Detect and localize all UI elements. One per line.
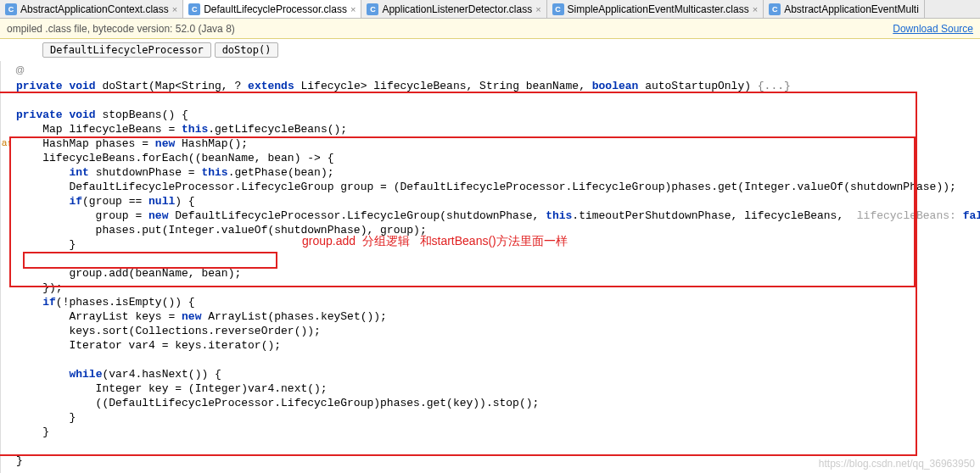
- t: [16, 166, 69, 179]
- t: (var4.hasNext()) {: [102, 368, 221, 381]
- close-icon[interactable]: ×: [172, 4, 177, 14]
- t: [16, 368, 69, 381]
- t: }: [16, 411, 76, 424]
- highlight-box-small: [23, 252, 277, 269]
- kw: this: [546, 209, 572, 222]
- t: DefaultLifecycleProcessor.LifecycleGroup…: [16, 181, 956, 193]
- t: DefaultLifecycleProcessor.LifecycleGroup…: [168, 209, 546, 222]
- t: doStart(Map<String, ?: [96, 80, 248, 92]
- t: ArrayList keys =: [16, 310, 182, 323]
- class-icon: C: [552, 3, 564, 15]
- fold-icon[interactable]: {...}: [758, 80, 791, 92]
- kw: if: [42, 296, 56, 309]
- t: .timeoutPerShutdownPhase, lifecycleBeans…: [572, 209, 850, 222]
- t: .getPhase(bean);: [228, 166, 334, 179]
- close-icon[interactable]: ×: [350, 4, 356, 14]
- tab-label: DefaultLifecycleProcessor.class: [204, 3, 347, 15]
- t: [16, 296, 42, 309]
- annotation-text: group.add 分组逻辑 和startBeans()方法里面一样: [302, 234, 568, 248]
- t: shutdownPhase =: [89, 166, 202, 179]
- tab-label: AbstractApplicationEventMulti: [784, 3, 919, 15]
- kw: null: [148, 195, 175, 208]
- tab-event-multicaster[interactable]: C SimpleApplicationEventMulticaster.clas…: [547, 0, 764, 18]
- t: Map lifecycleBeans =: [16, 123, 182, 136]
- t: keys.sort(Collections.reverseOrder());: [16, 325, 321, 337]
- download-source-link[interactable]: Download Source: [893, 23, 973, 35]
- decompiled-info: ompiled .class file, bytecode version: 5…: [7, 23, 235, 35]
- t: HashMap();: [175, 137, 248, 150]
- kw: private: [16, 109, 63, 121]
- kw: false: [963, 209, 980, 222]
- kw: boolean: [592, 80, 639, 92]
- t: Integer key = (Integer)var4.next();: [16, 382, 328, 395]
- tab-abstract-context[interactable]: C AbstractApplicationContext.class ×: [0, 0, 183, 18]
- t: lifecycleBeans.forEach((beanName, bean) …: [16, 152, 333, 164]
- breadcrumb-class[interactable]: DefaultLifecycleProcessor: [42, 42, 211, 58]
- param-hint: lifecycleBeans:: [850, 209, 963, 222]
- tab-default-lifecycle[interactable]: C DefaultLifecycleProcessor.class ×: [183, 0, 361, 18]
- tab-abstract-event[interactable]: C AbstractApplicationEventMulti: [764, 0, 925, 18]
- t: .getLifecycleBeans();: [208, 123, 347, 136]
- info-bar: ompiled .class file, bytecode version: 5…: [0, 19, 980, 39]
- kw: private: [16, 80, 63, 92]
- t: }: [16, 426, 49, 438]
- class-icon: C: [367, 3, 378, 15]
- t: stopBeans() {: [96, 109, 188, 121]
- class-icon: C: [5, 3, 17, 15]
- close-icon[interactable]: ×: [535, 4, 540, 14]
- kw: void: [69, 80, 95, 92]
- code-editor[interactable]: private void doStart(Map<String, ? exten…: [1, 61, 980, 473]
- kw: this: [201, 166, 227, 179]
- t: Lifecycle> lifecycleBeans, String beanNa…: [294, 80, 592, 92]
- kw: this: [182, 123, 208, 136]
- t: HashMap phases =: [16, 137, 155, 150]
- tab-label: AbstractApplicationContext.class: [20, 3, 169, 15]
- close-icon[interactable]: ×: [753, 4, 758, 14]
- kw: new: [182, 310, 201, 323]
- kw: if: [69, 195, 82, 208]
- t: }: [16, 238, 76, 251]
- kw: int: [69, 166, 88, 179]
- tab-listener-detector[interactable]: C ApplicationListenerDetector.class ×: [361, 0, 546, 18]
- editor-tabs: C AbstractApplicationContext.class × C D…: [0, 0, 980, 19]
- class-icon: C: [769, 3, 781, 15]
- editor-area: @ a↑ private void doStart(Map<String, ? …: [0, 61, 980, 473]
- t: (!phases.isEmpty()) {: [56, 296, 195, 309]
- t: group =: [16, 209, 148, 222]
- t: [16, 195, 69, 208]
- watermark: https://blog.csdn.net/qq_36963950: [819, 458, 975, 470]
- t: ) {: [175, 195, 194, 208]
- kw: void: [69, 109, 95, 121]
- t: autoStartupOnly): [638, 80, 757, 92]
- t: }: [16, 454, 23, 467]
- kw: while: [69, 368, 102, 381]
- tab-label: ApplicationListenerDetector.class: [382, 3, 532, 15]
- kw: new: [148, 209, 168, 222]
- breadcrumb-method[interactable]: doStop(): [215, 42, 279, 58]
- class-icon: C: [188, 3, 200, 15]
- t: Iterator var4 = keys.iterator();: [16, 339, 281, 352]
- t: });: [16, 281, 63, 294]
- tab-label: SimpleApplicationEventMulticaster.class: [568, 3, 749, 15]
- kw: new: [155, 137, 175, 150]
- t: (group ==: [82, 195, 148, 208]
- breadcrumb: DefaultLifecycleProcessor doStop(): [0, 39, 980, 61]
- t: ((DefaultLifecycleProcessor.LifecycleGro…: [16, 397, 539, 409]
- t: group.add(beanName, bean);: [16, 267, 241, 280]
- t: ArrayList(phases.keySet());: [201, 310, 386, 323]
- kw: extends: [248, 80, 294, 92]
